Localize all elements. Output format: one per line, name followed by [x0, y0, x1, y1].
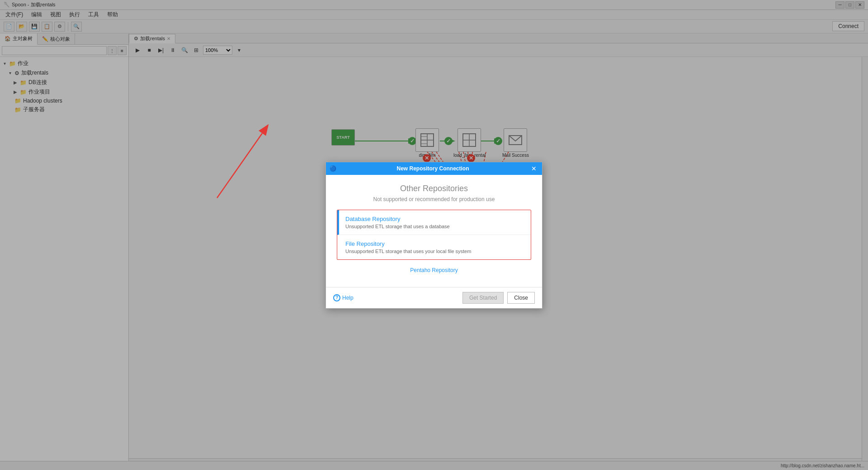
dialog-section-subtitle: Not supported or recommended for product…	[337, 196, 531, 202]
repo-file-desc: Unsupported ETL storage that uses your l…	[345, 249, 524, 254]
dialog-footer: ? Help Get Started Close	[326, 287, 542, 308]
dialog-titlebar: 🔵 New Repository Connection ✕	[326, 162, 542, 175]
dialog-close-button[interactable]: ✕	[529, 164, 538, 173]
close-button[interactable]: Close	[507, 292, 535, 304]
dialog-title-icon: 🔵	[330, 165, 336, 172]
svg-line-23	[217, 133, 262, 198]
repository-list: Database Repository Unsupported ETL stor…	[337, 210, 531, 260]
modal-overlay: 🔵 New Repository Connection ✕ Other Repo…	[0, 0, 868, 470]
repo-database-desc: Unsupported ETL storage that uses a data…	[345, 224, 524, 229]
repo-item-database[interactable]: Database Repository Unsupported ETL stor…	[337, 210, 531, 235]
dialog-title-text: New Repository Connection	[396, 165, 469, 172]
new-repository-dialog: 🔵 New Repository Connection ✕ Other Repo…	[326, 162, 542, 309]
dialog-body: Other Repositories Not supported or reco…	[326, 175, 542, 287]
help-button[interactable]: ? Help	[333, 294, 354, 301]
help-icon: ?	[333, 294, 340, 301]
get-started-button[interactable]: Get Started	[462, 292, 504, 304]
footer-buttons: Get Started Close	[462, 292, 535, 304]
dialog-section-title: Other Repositories	[337, 184, 531, 193]
pentaho-repository-link[interactable]: Pentaho Repository	[337, 267, 531, 273]
repo-database-title: Database Repository	[345, 216, 524, 222]
repo-file-title: File Repository	[345, 240, 524, 247]
repo-item-file[interactable]: File Repository Unsupported ETL storage …	[337, 235, 531, 259]
